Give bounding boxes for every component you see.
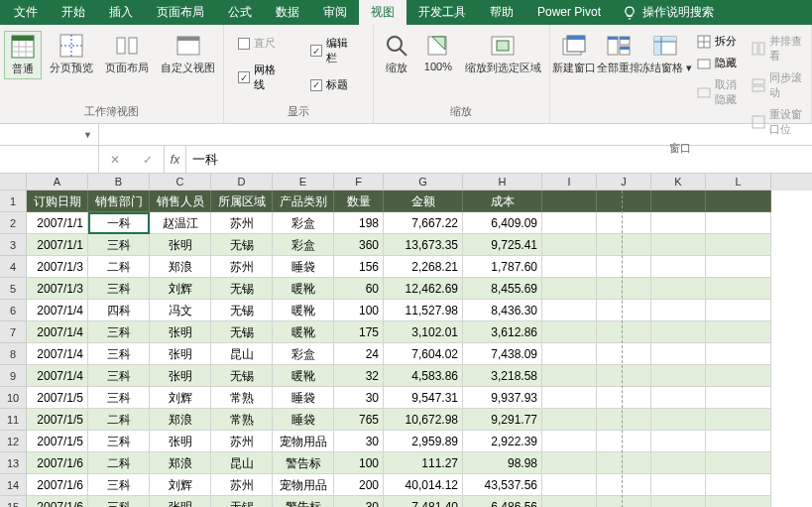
hide-button[interactable]: 隐藏 bbox=[693, 55, 745, 71]
data-cell[interactable]: 98.98 bbox=[463, 452, 542, 474]
row-header[interactable]: 14 bbox=[0, 474, 27, 496]
data-cell[interactable]: 7,438.09 bbox=[463, 343, 542, 365]
data-cell[interactable]: 警告标 bbox=[273, 452, 334, 474]
data-cell[interactable] bbox=[651, 343, 706, 365]
data-cell[interactable]: 冯文 bbox=[150, 300, 211, 321]
header-cell[interactable]: 订购日期 bbox=[27, 190, 88, 212]
data-cell[interactable] bbox=[597, 496, 651, 507]
data-cell[interactable]: 三科 bbox=[88, 496, 150, 507]
data-cell[interactable]: 30 bbox=[334, 387, 384, 409]
data-cell[interactable] bbox=[542, 365, 597, 387]
data-cell[interactable]: 2,959.89 bbox=[384, 431, 463, 452]
row-header[interactable]: 4 bbox=[0, 256, 27, 278]
data-cell[interactable] bbox=[597, 212, 651, 234]
data-cell[interactable]: 6,409.09 bbox=[463, 212, 542, 234]
column-header-A[interactable]: A bbox=[27, 174, 88, 190]
header-cell[interactable] bbox=[542, 190, 597, 212]
data-cell[interactable]: 30 bbox=[334, 496, 384, 507]
tab-data[interactable]: 数据 bbox=[264, 0, 311, 25]
data-cell[interactable]: 暖靴 bbox=[273, 278, 334, 300]
data-cell[interactable]: 2,922.39 bbox=[463, 431, 542, 452]
data-cell[interactable]: 3,218.58 bbox=[463, 365, 542, 387]
data-cell[interactable]: 彩盒 bbox=[273, 212, 334, 234]
data-cell[interactable]: 4,583.86 bbox=[384, 365, 463, 387]
formula-input[interactable]: 一科 bbox=[186, 146, 812, 173]
data-cell[interactable]: 三科 bbox=[88, 387, 150, 409]
data-cell[interactable] bbox=[542, 321, 597, 343]
header-cell[interactable] bbox=[651, 190, 706, 212]
data-cell[interactable]: 常熟 bbox=[211, 409, 273, 431]
data-cell[interactable] bbox=[597, 452, 651, 474]
column-header-G[interactable]: G bbox=[384, 174, 463, 190]
header-cell[interactable] bbox=[597, 190, 651, 212]
data-cell[interactable]: 彩盒 bbox=[273, 343, 334, 365]
data-cell[interactable] bbox=[542, 343, 597, 365]
data-cell[interactable] bbox=[597, 256, 651, 278]
data-cell[interactable] bbox=[651, 212, 706, 234]
tab-help[interactable]: 帮助 bbox=[478, 0, 525, 25]
data-cell[interactable]: 睡袋 bbox=[273, 409, 334, 431]
zoom-100-button[interactable]: 100% bbox=[419, 31, 457, 74]
column-header-C[interactable]: C bbox=[150, 174, 211, 190]
data-cell[interactable]: 2007/1/5 bbox=[27, 409, 88, 431]
column-header-D[interactable]: D bbox=[211, 174, 273, 190]
header-cell[interactable]: 销售部门 bbox=[88, 190, 150, 212]
data-cell[interactable] bbox=[597, 300, 651, 321]
data-cell[interactable]: 三科 bbox=[88, 321, 150, 343]
data-cell[interactable]: 8,455.69 bbox=[463, 278, 542, 300]
data-cell[interactable]: 昆山 bbox=[211, 452, 273, 474]
row-header[interactable]: 10 bbox=[0, 387, 27, 409]
tab-home[interactable]: 开始 bbox=[50, 0, 97, 25]
row-header[interactable]: 13 bbox=[0, 452, 27, 474]
data-cell[interactable]: 198 bbox=[334, 212, 384, 234]
view-custom-button[interactable]: 自定义视图 bbox=[157, 31, 219, 77]
data-cell[interactable] bbox=[706, 365, 771, 387]
data-cell[interactable]: 156 bbox=[334, 256, 384, 278]
tab-developer[interactable]: 开发工具 bbox=[406, 0, 478, 25]
row-header[interactable]: 1 bbox=[0, 190, 27, 212]
data-cell[interactable] bbox=[651, 321, 706, 343]
data-cell[interactable] bbox=[651, 234, 706, 256]
data-cell[interactable] bbox=[706, 234, 771, 256]
fx-icon[interactable]: fx bbox=[165, 146, 186, 173]
data-cell[interactable] bbox=[542, 256, 597, 278]
data-cell[interactable]: 2007/1/5 bbox=[27, 387, 88, 409]
tab-file[interactable]: 文件 bbox=[2, 0, 50, 25]
data-cell[interactable]: 2007/1/5 bbox=[27, 431, 88, 452]
data-cell[interactable]: 40,014.12 bbox=[384, 474, 463, 496]
data-cell[interactable] bbox=[651, 409, 706, 431]
data-cell[interactable]: 四科 bbox=[88, 300, 150, 321]
data-cell[interactable] bbox=[651, 278, 706, 300]
data-cell[interactable]: 无锡 bbox=[211, 365, 273, 387]
data-cell[interactable]: 苏州 bbox=[211, 256, 273, 278]
data-cell[interactable]: 张明 bbox=[150, 431, 211, 452]
row-header[interactable]: 5 bbox=[0, 278, 27, 300]
data-cell[interactable] bbox=[706, 343, 771, 365]
data-cell[interactable]: 2007/1/6 bbox=[27, 496, 88, 507]
data-cell[interactable]: 三科 bbox=[88, 343, 150, 365]
data-cell[interactable] bbox=[542, 431, 597, 452]
data-cell[interactable]: 郑浪 bbox=[150, 452, 211, 474]
data-cell[interactable] bbox=[651, 387, 706, 409]
data-cell[interactable]: 三科 bbox=[88, 431, 150, 452]
freeze-panes-button[interactable]: 冻结窗格 ▾ bbox=[642, 31, 689, 77]
data-cell[interactable]: 6,486.56 bbox=[463, 496, 542, 507]
data-cell[interactable]: 11,527.98 bbox=[384, 300, 463, 321]
tab-review[interactable]: 审阅 bbox=[311, 0, 359, 25]
data-cell[interactable]: 三科 bbox=[88, 474, 150, 496]
data-cell[interactable]: 1,787.60 bbox=[463, 256, 542, 278]
data-cell[interactable]: 无锡 bbox=[211, 300, 273, 321]
data-cell[interactable] bbox=[542, 278, 597, 300]
data-cell[interactable]: 765 bbox=[334, 409, 384, 431]
tell-me[interactable]: 操作说明搜索 bbox=[623, 4, 714, 21]
data-cell[interactable]: 苏州 bbox=[211, 431, 273, 452]
data-cell[interactable]: 暖靴 bbox=[273, 365, 334, 387]
data-cell[interactable] bbox=[651, 256, 706, 278]
data-cell[interactable]: 刘辉 bbox=[150, 474, 211, 496]
data-cell[interactable]: 2,268.21 bbox=[384, 256, 463, 278]
data-cell[interactable]: 郑浪 bbox=[150, 256, 211, 278]
data-cell[interactable]: 暖靴 bbox=[273, 300, 334, 321]
tab-insert[interactable]: 插入 bbox=[97, 0, 145, 25]
spreadsheet-grid[interactable]: ABCDEFGHIJKL 1订购日期销售部门销售人员所属区域产品类别数量金额成本… bbox=[0, 174, 812, 507]
data-cell[interactable]: 8,436.30 bbox=[463, 300, 542, 321]
